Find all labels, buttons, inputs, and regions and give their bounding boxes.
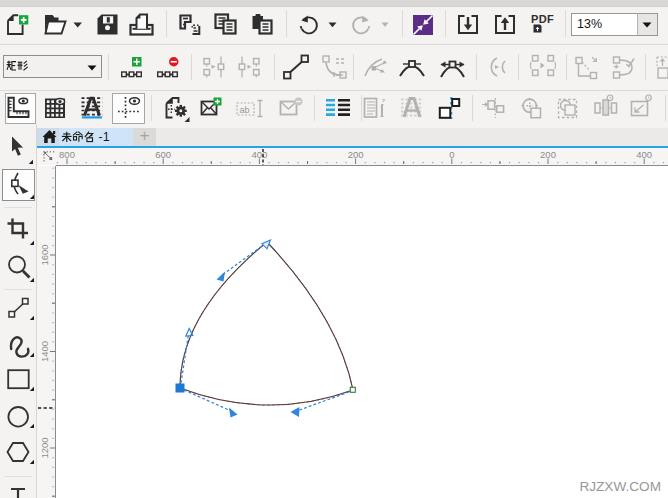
svg-text:400: 400 xyxy=(636,149,652,160)
svg-text:200: 200 xyxy=(540,149,556,160)
svg-text:0: 0 xyxy=(449,149,454,160)
svg-text:800: 800 xyxy=(59,149,75,160)
svg-text:1200: 1200 xyxy=(39,437,50,458)
svg-text:400: 400 xyxy=(251,149,267,160)
svg-text:1400: 1400 xyxy=(39,341,50,362)
svg-text:1600: 1600 xyxy=(39,244,50,265)
svg-text:200: 200 xyxy=(348,149,364,160)
svg-text:600: 600 xyxy=(155,149,171,160)
